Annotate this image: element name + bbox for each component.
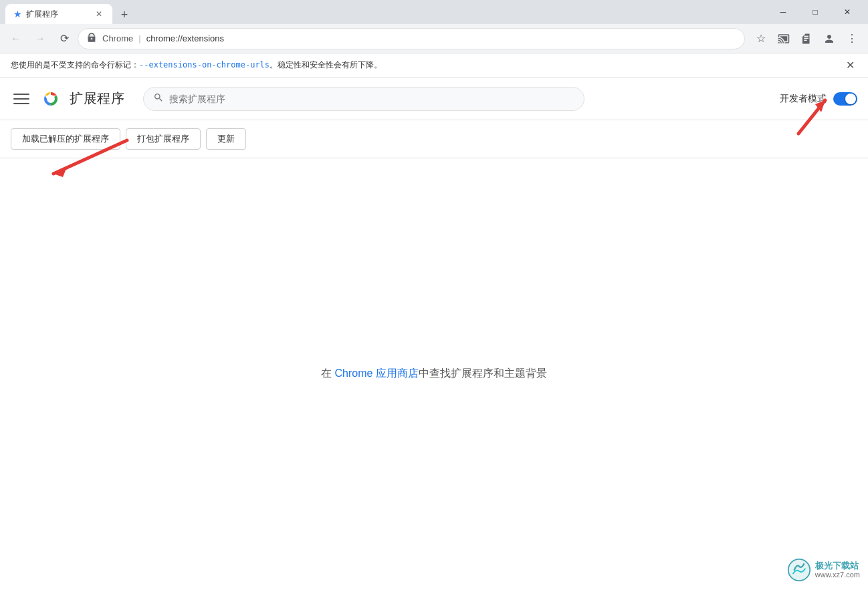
bookmark-button[interactable]: ☆ <box>750 28 772 49</box>
update-button[interactable]: 更新 <box>206 128 246 150</box>
close-button[interactable]: ✕ <box>832 0 863 24</box>
address-url: chrome://extensions <box>146 33 224 43</box>
tab-title: 扩展程序 <box>26 9 90 20</box>
search-input[interactable] <box>169 94 574 104</box>
back-button[interactable]: ← <box>5 28 27 49</box>
dev-mode-label: 开发者模式 <box>780 93 827 105</box>
watermark: 极光下载站 www.xz7.com <box>787 558 860 582</box>
watermark-line2: www.xz7.com <box>815 571 860 579</box>
address-separator: | <box>138 33 140 43</box>
address-lock-icon <box>86 32 97 45</box>
warning-text-before: 您使用的是不受支持的命令行标记： <box>11 60 139 69</box>
load-unpacked-button[interactable]: 加载已解压的扩展程序 <box>11 128 120 150</box>
hamburger-line-2 <box>13 98 29 100</box>
dev-mode-toggle[interactable] <box>833 92 857 106</box>
dev-buttons-row: 加载已解压的扩展程序 打包扩展程序 更新 <box>0 120 868 158</box>
empty-text-before: 在 <box>321 367 334 379</box>
tab-strip: ★ 扩展程序 ✕ + <box>5 0 768 24</box>
page-title: 扩展程序 <box>70 90 124 108</box>
window-controls: ─ □ ✕ <box>768 0 863 24</box>
titlebar: ★ 扩展程序 ✕ + ─ □ ✕ <box>0 0 868 24</box>
pack-extension-button[interactable]: 打包扩展程序 <box>126 128 201 150</box>
toggle-knob <box>845 94 856 104</box>
watermark-logo-icon <box>787 558 811 582</box>
extensions-page: 扩展程序 开发者模式 加载已解压的扩展程序 打包扩展程序 更新 在 Chrome… <box>0 78 868 589</box>
search-icon <box>153 92 164 106</box>
search-box[interactable] <box>143 87 584 111</box>
svg-point-8 <box>788 559 810 581</box>
tab-close-button[interactable]: ✕ <box>94 9 104 19</box>
chrome-store-link[interactable]: Chrome 应用商店 <box>335 367 419 379</box>
toolbar-right: ☆ ⋮ <box>750 28 863 49</box>
hamburger-line-3 <box>13 103 29 104</box>
minimize-button[interactable]: ─ <box>768 0 798 24</box>
watermark-line1: 极光下载站 <box>815 561 860 571</box>
warning-text: 您使用的是不受支持的命令行标记：--extensions-on-chrome-u… <box>11 59 843 71</box>
svg-point-2 <box>47 95 55 103</box>
reading-list-button[interactable] <box>796 28 817 49</box>
main-content: 在 Chrome 应用商店中查找扩展程序和主题背景 <box>0 158 868 589</box>
watermark-text: 极光下载站 www.xz7.com <box>815 561 860 580</box>
profile-button[interactable] <box>819 28 840 49</box>
tab-favicon: ★ <box>13 9 22 19</box>
address-box[interactable]: Chrome | chrome://extensions <box>78 28 745 49</box>
warning-cmd: --extensions-on-chrome-urls <box>139 60 269 69</box>
cast-button[interactable] <box>773 28 794 49</box>
empty-state: 在 Chrome 应用商店中查找扩展程序和主题背景 <box>321 367 547 381</box>
hamburger-line-1 <box>13 94 29 95</box>
new-tab-button[interactable]: + <box>115 5 134 24</box>
forward-button[interactable]: → <box>29 28 51 49</box>
active-tab[interactable]: ★ 扩展程序 ✕ <box>5 4 112 24</box>
warning-bar: 您使用的是不受支持的命令行标记：--extensions-on-chrome-u… <box>0 53 868 78</box>
address-chrome-label: Chrome <box>102 33 133 43</box>
warning-close-button[interactable]: ✕ <box>843 59 857 71</box>
extensions-header: 扩展程序 开发者模式 <box>0 78 868 120</box>
maximize-button[interactable]: □ <box>800 0 831 24</box>
refresh-button[interactable]: ⟳ <box>53 28 75 49</box>
warning-text-after: 。稳定性和安全性会有所下降。 <box>269 60 382 69</box>
addressbar: ← → ⟳ Chrome | chrome://extensions ☆ ⋮ <box>0 24 868 53</box>
chrome-logo-icon <box>40 88 62 110</box>
hamburger-menu-button[interactable] <box>11 88 32 110</box>
empty-text-after: 中查找扩展程序和主题背景 <box>419 367 547 379</box>
dev-mode-section: 开发者模式 <box>780 92 857 106</box>
menu-button[interactable]: ⋮ <box>841 28 863 49</box>
